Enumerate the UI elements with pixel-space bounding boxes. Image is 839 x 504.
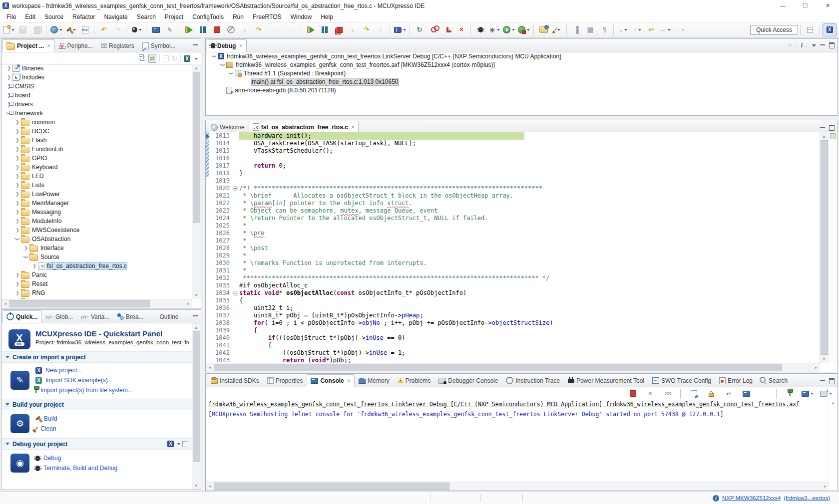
tree-item-common[interactable]: ❯common xyxy=(1,118,192,127)
expand-arrow-icon[interactable]: ❯ xyxy=(14,156,21,161)
debug-configurations-button[interactable] xyxy=(488,24,501,36)
tree-item-binaries[interactable]: ❯Binaries xyxy=(1,64,192,73)
reset-restart-button[interactable] xyxy=(413,24,426,36)
debug-tree-item[interactable]: ❯frdmkw36_wireless_examples_genfsk_conn_… xyxy=(206,52,838,60)
line-number[interactable]: 1028 xyxy=(209,245,232,252)
line-number[interactable]: 1040 xyxy=(209,334,232,342)
tab-registers[interactable]: 10100101Registers xyxy=(97,39,138,52)
line-number[interactable]: 1021 xyxy=(209,192,232,200)
line-number[interactable]: 1042 xyxy=(209,349,232,357)
console-horizontal-scrollbar[interactable]: ◂ ▸ xyxy=(206,482,829,491)
code-editor[interactable]: 1013 hardware_init();1014 OSA_TaskCreate… xyxy=(206,132,820,363)
tree-item-moduleinfo[interactable]: ❯ModuleInfo xyxy=(1,217,192,226)
step-over-alt-button[interactable]: ↷ xyxy=(360,24,373,36)
word-wrap-button[interactable] xyxy=(722,389,735,399)
run-to-line-button[interactable]: → xyxy=(285,24,298,36)
expand-arrow-icon[interactable]: ❯ xyxy=(220,61,225,68)
display-selected-console-button[interactable] xyxy=(801,389,815,399)
clear-console-button[interactable] xyxy=(687,389,700,399)
console-tab-problems[interactable]: Problems xyxy=(394,374,435,387)
quill-button[interactable] xyxy=(551,24,564,36)
menu-configtools[interactable]: ConfigTools xyxy=(188,12,228,21)
fold-column[interactable] xyxy=(232,304,239,312)
quickstart-link[interactable]: New project... xyxy=(45,367,82,374)
run-button[interactable] xyxy=(502,24,516,36)
minimize-view-icon[interactable] xyxy=(820,43,825,48)
quickstart-section-header[interactable]: Build your project xyxy=(1,399,192,410)
quickstart-link[interactable]: Clean xyxy=(40,425,56,432)
tab-periphe[interactable]: Periphe... xyxy=(55,39,97,52)
step-return-alt-button[interactable]: ↑ xyxy=(374,24,387,36)
redo-button[interactable]: ↷ xyxy=(111,24,124,36)
line-number[interactable]: 1024 xyxy=(209,215,232,222)
previous-annotation-button[interactable]: ↑ xyxy=(631,24,644,36)
fold-column[interactable] xyxy=(232,245,239,252)
console-tab-debugger-console[interactable]: Debugger Console xyxy=(434,374,502,387)
line-number[interactable]: 1041 xyxy=(209,342,232,349)
line-number[interactable]: 1035 xyxy=(209,297,232,304)
view-menu-icon[interactable] xyxy=(812,44,816,49)
tree-item-interface[interactable]: ❯Interface xyxy=(1,244,192,252)
line-number[interactable]: 1034 xyxy=(209,289,232,297)
probe-button[interactable] xyxy=(163,24,176,36)
refresh-icon[interactable] xyxy=(172,55,177,62)
show-stdout-button[interactable] xyxy=(740,389,753,399)
user-profile-button[interactable] xyxy=(130,24,143,36)
tab-glob[interactable]: Glob... xyxy=(41,310,77,323)
expand-arrow-icon[interactable]: ❯ xyxy=(14,272,21,277)
fold-minus-icon[interactable] xyxy=(233,186,238,191)
undo-button[interactable]: ↶ xyxy=(97,24,110,36)
explorer-vertical-scrollbar[interactable]: ▲ ▼ xyxy=(192,64,201,299)
quickstart-link[interactable]: Debug xyxy=(43,455,61,462)
quickstart-vertical-scrollbar[interactable]: ▲ ▼ xyxy=(192,323,201,490)
project-link[interactable]: (frdmkw3...eertos) xyxy=(784,495,830,501)
minimize-view-icon[interactable] xyxy=(193,314,198,319)
console-tab-swo-trace-config[interactable]: SWO Trace Config xyxy=(648,374,715,387)
last-edit-location-button[interactable]: ↩ xyxy=(645,24,658,36)
expand-arrow-icon[interactable]: ❯ xyxy=(14,174,21,179)
fold-column[interactable] xyxy=(232,170,239,177)
fold-column[interactable] xyxy=(232,319,239,327)
debug-button[interactable] xyxy=(474,24,487,36)
line-number[interactable]: 1018 xyxy=(209,170,232,177)
collapse-arrow-icon[interactable]: ❯ xyxy=(23,253,28,260)
save-all-button[interactable] xyxy=(30,24,43,36)
suspend-button[interactable] xyxy=(196,24,209,36)
fold-column[interactable] xyxy=(232,297,239,304)
line-number[interactable]: 1023 xyxy=(209,207,232,215)
fold-column[interactable] xyxy=(232,357,239,363)
fold-column[interactable] xyxy=(232,349,239,357)
tree-item-osabstraction[interactable]: ❯OSAbstraction xyxy=(1,235,192,244)
editor-horizontal-scrollbar[interactable]: ◂ ▸ xyxy=(206,363,820,372)
line-number[interactable]: 1022 xyxy=(209,200,232,207)
menu-search[interactable]: Search xyxy=(132,12,160,21)
expand-arrow-icon[interactable]: ❯ xyxy=(31,263,38,268)
tree-item-includes[interactable]: ❯Includes xyxy=(1,73,192,82)
show-whitespace-button[interactable]: ¶ xyxy=(598,24,611,36)
tree-item-reset[interactable]: ❯Reset xyxy=(1,279,192,288)
tree-item-framework[interactable]: ❯framework xyxy=(1,109,192,118)
maximize-view-icon[interactable] xyxy=(829,125,835,131)
line-number[interactable]: 1025 xyxy=(209,222,232,230)
fold-column[interactable] xyxy=(232,259,239,267)
quickstart-link[interactable]: Terminate, Build and Debug xyxy=(43,465,117,472)
tree-item-lists[interactable]: ❯Lists xyxy=(1,181,192,190)
pin-console-button[interactable] xyxy=(783,389,796,399)
fold-column[interactable] xyxy=(232,274,239,282)
config-tools-button[interactable] xyxy=(49,24,63,36)
new-wizard-button[interactable] xyxy=(2,24,15,36)
debug-tree-item[interactable]: main() at fsl_os_abstraction_free_rtos.c… xyxy=(206,77,838,86)
remove-all-terminated-icon[interactable] xyxy=(788,42,792,49)
fold-column[interactable] xyxy=(232,207,239,215)
line-number[interactable]: 1014 xyxy=(209,140,232,147)
quick-access-button[interactable]: Quick Access xyxy=(750,25,798,35)
close-icon[interactable]: ✕ xyxy=(47,43,51,48)
expand-arrow-icon[interactable]: ❯ xyxy=(22,246,29,251)
line-number[interactable]: 1030 xyxy=(209,259,232,267)
menu-freertos[interactable]: FreeRTOS xyxy=(248,12,286,21)
tree-item-panic[interactable]: ❯Panic xyxy=(1,270,192,279)
show-stderr-button[interactable] xyxy=(757,389,770,399)
forward-button[interactable]: → xyxy=(673,24,686,36)
close-icon[interactable]: ✕ xyxy=(351,125,355,130)
fold-column[interactable] xyxy=(232,140,239,147)
